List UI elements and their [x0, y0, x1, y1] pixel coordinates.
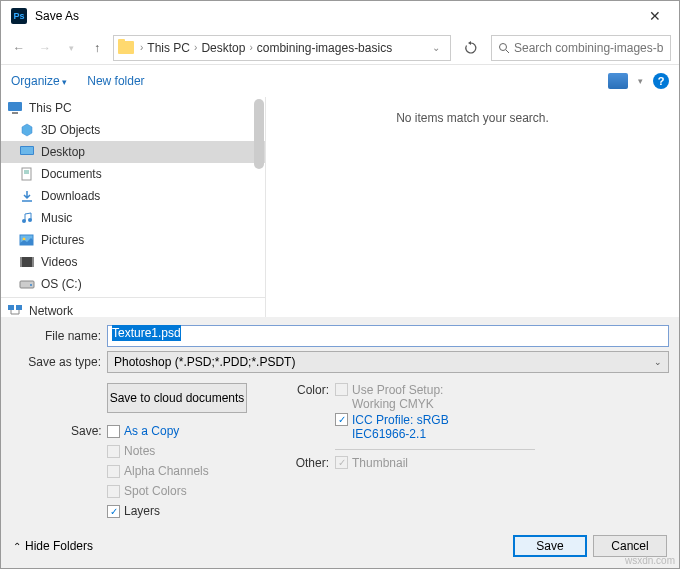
refresh-button[interactable] [457, 35, 485, 61]
photoshop-icon: Ps [11, 8, 27, 24]
breadcrumb-item[interactable]: This PC [145, 41, 192, 55]
nav-forward-button: → [35, 38, 55, 58]
layers-checkbox[interactable] [107, 505, 120, 518]
pc-icon [7, 101, 23, 115]
desktop-icon [19, 145, 35, 159]
thumbnail-checkbox [335, 456, 348, 469]
videos-icon [19, 255, 35, 269]
sidebar: This PC 3D Objects Desktop Documents Dow… [1, 97, 266, 317]
svg-rect-14 [20, 257, 34, 267]
sidebar-item-pictures[interactable]: Pictures [1, 229, 265, 251]
nav-up-button[interactable]: ↑ [87, 38, 107, 58]
saveastype-label: Save as type: [1, 355, 107, 369]
layers-label: Layers [124, 504, 160, 518]
chevron-right-icon: › [138, 42, 145, 53]
svg-rect-16 [32, 257, 34, 267]
spot-label: Spot Colors [124, 484, 187, 498]
notes-label: Notes [124, 444, 155, 458]
save-to-cloud-button[interactable]: Save to cloud documents [107, 383, 247, 413]
view-menu-icon[interactable] [608, 73, 628, 89]
proof-checkbox [335, 383, 348, 396]
breadcrumb-bar[interactable]: › This PC › Desktop › combining-images-b… [113, 35, 451, 61]
cancel-button[interactable]: Cancel [593, 535, 667, 557]
sidebar-item-desktop[interactable]: Desktop [1, 141, 265, 163]
svg-rect-20 [16, 305, 22, 310]
sidebar-item-videos[interactable]: Videos [1, 251, 265, 273]
chevron-right-icon: › [192, 42, 199, 53]
icc-checkbox[interactable] [335, 413, 348, 426]
downloads-icon [19, 189, 35, 203]
color-opts-label: Color: [291, 383, 335, 397]
empty-message: No items match your search. [396, 111, 549, 125]
proof-label1: Use Proof Setup: [352, 383, 443, 397]
filename-input[interactable]: Texture1.psd [107, 325, 669, 347]
thumbnail-label: Thumbnail [352, 456, 408, 470]
svg-point-18 [30, 284, 32, 286]
svg-rect-15 [20, 257, 22, 267]
save-button[interactable]: Save [513, 535, 587, 557]
search-field[interactable] [514, 41, 664, 55]
network-icon [7, 304, 23, 317]
window-title: Save As [35, 9, 641, 23]
spot-checkbox [107, 485, 120, 498]
proof-label2: Working CMYK [352, 397, 443, 411]
svg-line-1 [506, 50, 509, 53]
icc-label1[interactable]: ICC Profile: sRGB [352, 413, 449, 427]
watermark: wsxdn.com [625, 555, 675, 566]
breadcrumb-item[interactable]: Desktop [199, 41, 247, 55]
ascopy-label[interactable]: As a Copy [124, 424, 179, 438]
search-icon [498, 42, 510, 54]
svg-rect-3 [12, 112, 18, 114]
help-icon[interactable]: ? [653, 73, 669, 89]
sidebar-item-os-c[interactable]: OS (C:) [1, 273, 265, 295]
sidebar-item-documents[interactable]: Documents [1, 163, 265, 185]
new-folder-button[interactable]: New folder [87, 74, 144, 88]
svg-rect-2 [8, 102, 22, 111]
svg-point-11 [28, 218, 32, 222]
chevron-down-icon[interactable]: ⌄ [426, 42, 446, 53]
documents-icon [19, 167, 35, 181]
svg-rect-19 [8, 305, 14, 310]
alpha-label: Alpha Channels [124, 464, 209, 478]
close-icon[interactable]: ✕ [641, 4, 669, 28]
saveastype-select[interactable]: Photoshop (*.PSD;*.PDD;*.PSDT) ⌄ [107, 351, 669, 373]
other-opts-label: Other: [291, 456, 335, 470]
scrollbar-thumb[interactable] [254, 99, 264, 169]
save-opts-label: Save: [71, 424, 107, 438]
music-icon [19, 211, 35, 225]
filename-label: File name: [1, 329, 107, 343]
notes-checkbox [107, 445, 120, 458]
sidebar-item-downloads[interactable]: Downloads [1, 185, 265, 207]
svg-rect-6 [22, 168, 31, 180]
sidebar-item-3dobjects[interactable]: 3D Objects [1, 119, 265, 141]
pictures-icon [19, 233, 35, 247]
nav-recent-dropdown[interactable]: ▾ [61, 38, 81, 58]
hide-folders-toggle[interactable]: ⌃ Hide Folders [13, 539, 93, 553]
svg-rect-17 [20, 281, 34, 288]
drive-icon [19, 277, 35, 291]
nav-back-button[interactable]: ← [9, 38, 29, 58]
svg-point-0 [500, 43, 507, 50]
3d-icon [19, 123, 35, 137]
file-list-pane[interactable]: No items match your search. [266, 97, 679, 317]
ascopy-checkbox[interactable] [107, 425, 120, 438]
organize-menu[interactable]: Organize [11, 74, 67, 88]
search-input[interactable] [491, 35, 671, 61]
folder-icon [118, 41, 134, 54]
svg-point-10 [22, 219, 26, 223]
sidebar-item-music[interactable]: Music [1, 207, 265, 229]
chevron-down-icon: ⌄ [654, 357, 662, 367]
view-dropdown-icon[interactable]: ▾ [638, 76, 643, 86]
sidebar-item-thispc[interactable]: This PC [1, 97, 265, 119]
chevron-right-icon: › [247, 42, 254, 53]
sidebar-item-network[interactable]: Network [1, 300, 265, 317]
breadcrumb-item[interactable]: combining-images-basics [255, 41, 394, 55]
svg-rect-5 [21, 147, 33, 154]
icc-label2[interactable]: IEC61966-2.1 [352, 427, 449, 441]
alpha-checkbox [107, 465, 120, 478]
chevron-up-icon: ⌃ [13, 541, 21, 552]
